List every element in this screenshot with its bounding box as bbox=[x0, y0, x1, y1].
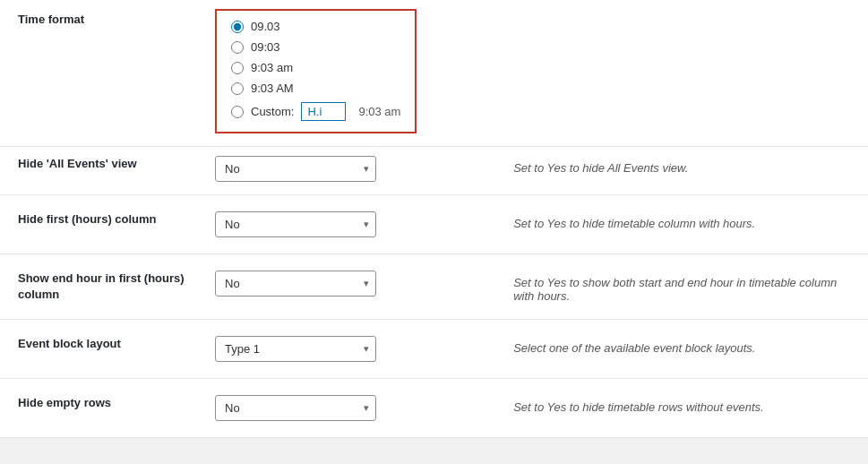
settings-row-hide-all-events: Hide 'All Events' viewNoYes▾Set to Yes t… bbox=[0, 147, 868, 195]
time-option-2: 09:03 bbox=[231, 40, 400, 54]
control-col-hide-empty-rows: NoYes▾ bbox=[215, 395, 495, 421]
time-label-3: 9:03 am bbox=[251, 61, 293, 74]
select-wrapper-event-block-layout: Type 1Type 2Type 3▾ bbox=[215, 336, 376, 362]
settings-row-hide-empty-rows: Hide empty rowsNoYes▾Set to Yes to hide … bbox=[0, 379, 868, 438]
label-hide-first-hours: Hide first (hours) column bbox=[18, 212, 157, 226]
time-label-custom: Custom: bbox=[251, 105, 294, 118]
time-label-4: 9:03 AM bbox=[251, 82, 294, 95]
select-wrapper-hide-first-hours: NoYes▾ bbox=[215, 211, 376, 237]
settings-row-show-end-hour: Show end hour in first (hours) columnNoY… bbox=[0, 254, 868, 320]
time-label-1: 09.03 bbox=[251, 20, 280, 33]
label-col-hide-all-events: Hide 'All Events' view bbox=[18, 156, 197, 172]
time-format-label: Time format bbox=[18, 13, 84, 26]
label-show-end-hour: Show end hour in first (hours) column bbox=[18, 271, 185, 301]
desc-col-hide-first-hours: Set to Yes to hide timetable column with… bbox=[513, 211, 850, 230]
label-col-hide-first-hours: Hide first (hours) column bbox=[18, 211, 197, 228]
control-col-hide-first-hours: NoYes▾ bbox=[215, 211, 495, 237]
custom-format-input[interactable] bbox=[301, 102, 346, 121]
select-hide-empty-rows[interactable]: NoYes bbox=[215, 395, 376, 421]
time-radio-custom[interactable] bbox=[231, 106, 244, 118]
time-format-control: 09.03 09:03 9:03 am 9:03 AM Custom: bbox=[215, 9, 495, 133]
label-event-block-layout: Event block layout bbox=[18, 337, 121, 350]
desc-col-show-end-hour: Set to Yes to show both start and end ho… bbox=[513, 271, 850, 303]
label-col-show-end-hour: Show end hour in first (hours) column bbox=[18, 271, 197, 303]
control-col-hide-all-events: NoYes▾ bbox=[215, 156, 495, 182]
time-option-4: 9:03 AM bbox=[231, 82, 400, 95]
settings-row-event-block-layout: Event block layoutType 1Type 2Type 3▾Sel… bbox=[0, 320, 868, 379]
select-show-end-hour[interactable]: NoYes bbox=[215, 271, 376, 296]
time-format-label-col: Time format bbox=[18, 9, 197, 26]
custom-format-preview: 9:03 am bbox=[358, 105, 400, 118]
desc-col-hide-empty-rows: Set to Yes to hide timetable rows withou… bbox=[513, 395, 850, 414]
select-hide-all-events[interactable]: NoYes bbox=[215, 156, 376, 182]
control-col-event-block-layout: Type 1Type 2Type 3▾ bbox=[215, 336, 495, 362]
time-radio-4[interactable] bbox=[231, 82, 244, 95]
time-format-box: 09.03 09:03 9:03 am 9:03 AM Custom: bbox=[215, 9, 417, 133]
time-format-desc bbox=[513, 9, 850, 14]
desc-col-event-block-layout: Select one of the available event block … bbox=[513, 336, 850, 355]
label-col-hide-empty-rows: Hide empty rows bbox=[18, 395, 197, 411]
select-hide-first-hours[interactable]: NoYes bbox=[215, 211, 376, 237]
label-hide-all-events: Hide 'All Events' view bbox=[18, 157, 137, 170]
control-col-show-end-hour: NoYes▾ bbox=[215, 271, 495, 296]
settings-row-hide-first-hours: Hide first (hours) columnNoYes▾Set to Ye… bbox=[0, 195, 868, 254]
time-label-2: 09:03 bbox=[251, 40, 280, 54]
desc-col-hide-all-events: Set to Yes to hide All Events view. bbox=[513, 156, 850, 175]
time-option-1: 09.03 bbox=[231, 20, 400, 33]
time-option-custom: Custom: 9:03 am bbox=[231, 102, 400, 121]
time-option-3: 9:03 am bbox=[231, 61, 400, 74]
select-event-block-layout[interactable]: Type 1Type 2Type 3 bbox=[215, 336, 376, 362]
select-wrapper-hide-all-events: NoYes▾ bbox=[215, 156, 376, 182]
time-radio-2[interactable] bbox=[231, 41, 244, 54]
time-radio-1[interactable] bbox=[231, 21, 244, 33]
label-hide-empty-rows: Hide empty rows bbox=[18, 396, 111, 409]
time-format-row: Time format 09.03 09:03 9:03 am 9:03 bbox=[0, 0, 868, 147]
select-wrapper-show-end-hour: NoYes▾ bbox=[215, 271, 376, 296]
label-col-event-block-layout: Event block layout bbox=[18, 336, 197, 352]
select-wrapper-hide-empty-rows: NoYes▾ bbox=[215, 395, 376, 421]
time-radio-3[interactable] bbox=[231, 62, 244, 74]
